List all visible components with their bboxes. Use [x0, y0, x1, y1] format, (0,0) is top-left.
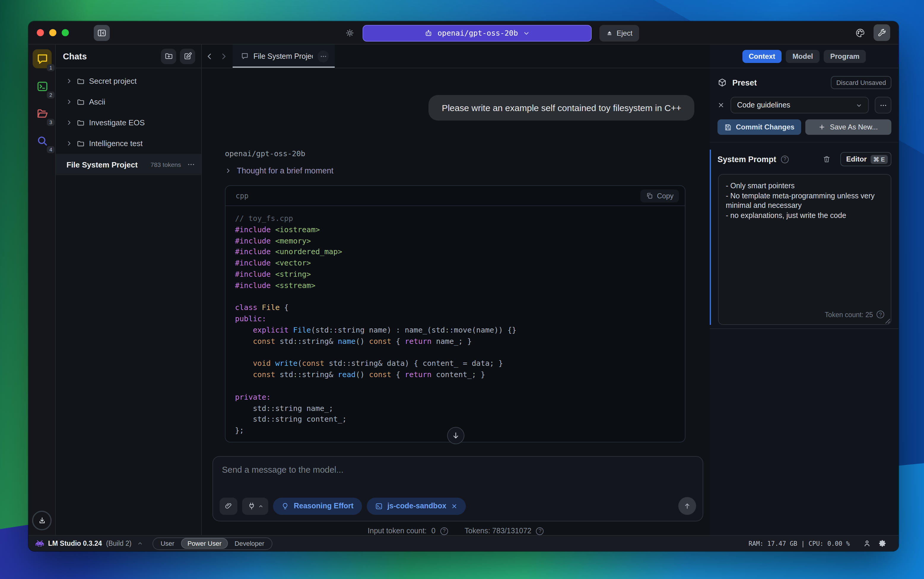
- terminal-icon: [375, 502, 383, 510]
- lightbulb-icon: [281, 502, 289, 510]
- new-folder-button[interactable]: [161, 48, 176, 64]
- reasoning-effort-chip[interactable]: Reasoning Effort: [273, 497, 362, 515]
- chat-options-icon[interactable]: [187, 160, 195, 168]
- help-icon[interactable]: ?: [440, 527, 448, 535]
- assistant-model-name: openai/gpt-oss-20b: [225, 149, 305, 158]
- composer[interactable]: Send a message to the model...: [212, 456, 703, 522]
- mode-user[interactable]: User: [154, 538, 181, 549]
- downloads-button[interactable]: [32, 511, 52, 530]
- tab-context[interactable]: Context: [742, 49, 782, 63]
- sidebar-item-discover[interactable]: 4: [33, 131, 52, 150]
- input-token-label: Input token count:: [368, 527, 427, 535]
- chat-folder-row[interactable]: Investigate EOS: [56, 112, 201, 133]
- folder-label: Investigate EOS: [89, 118, 145, 127]
- help-icon[interactable]: ?: [536, 527, 544, 535]
- new-chat-button[interactable]: [180, 48, 195, 64]
- commit-label: Commit Changes: [736, 123, 794, 131]
- tab-options-icon[interactable]: [318, 50, 329, 62]
- editor-shortcut: ⌘ E: [870, 155, 888, 164]
- tab-strip: File System Project: [202, 44, 710, 68]
- help-icon[interactable]: ?: [781, 155, 789, 163]
- chat-folder-row[interactable]: Intelligence test: [56, 133, 201, 154]
- developer-tools-wrench-button[interactable]: [873, 25, 890, 41]
- sidebar-item-chat[interactable]: 1: [33, 49, 52, 68]
- chat-folder-row[interactable]: Secret project: [56, 71, 201, 92]
- preset-cube-icon: [717, 78, 727, 87]
- prompt-token-count: Token count: 25 ?: [825, 311, 884, 318]
- code-line: [235, 291, 675, 303]
- content-row: 1 2 3 4: [28, 44, 898, 535]
- chip-label: Reasoning Effort: [294, 502, 354, 510]
- theme-palette-icon[interactable]: [855, 28, 865, 38]
- rail-badge: 1: [47, 64, 55, 71]
- preset-options-button[interactable]: [875, 97, 891, 113]
- close-window-button[interactable]: [37, 29, 44, 36]
- tab-program[interactable]: Program: [824, 49, 866, 63]
- plugins-button[interactable]: [242, 497, 268, 515]
- desktop: openai/gpt-oss-20b Eject: [0, 0, 924, 579]
- chat-row-selected[interactable]: File System Project 783 tokens: [56, 154, 201, 175]
- sidebar-toggle-button[interactable]: [94, 25, 110, 41]
- folder-icon: [77, 77, 85, 85]
- save-as-label: Save As New...: [830, 123, 878, 131]
- system-prompt-textarea[interactable]: - Only smart pointers - No template meta…: [718, 174, 891, 325]
- resize-grip-icon[interactable]: [884, 317, 891, 324]
- code-line: [235, 347, 675, 358]
- save-as-new-button[interactable]: Save As New...: [805, 119, 891, 135]
- discard-unsaved-button[interactable]: Discard Unsaved: [831, 76, 891, 89]
- minimize-window-button[interactable]: [49, 29, 56, 36]
- right-panel: Context Model Program Preset Discard Uns…: [710, 44, 898, 535]
- left-rail: 1 2 3 4: [28, 44, 56, 535]
- chevron-up-icon: [137, 540, 143, 546]
- copy-code-button[interactable]: Copy: [640, 189, 679, 202]
- sidebar-item-developer[interactable]: 2: [33, 77, 52, 96]
- zoom-window-button[interactable]: [62, 29, 69, 36]
- thought-disclosure[interactable]: Thought for a brief moment: [225, 166, 334, 175]
- sidebar-item-my-models[interactable]: 3: [33, 104, 52, 123]
- mode-developer[interactable]: Developer: [228, 538, 271, 549]
- history-forward-icon[interactable]: [220, 52, 228, 60]
- help-icon[interactable]: ?: [877, 311, 884, 318]
- code-block-header: cpp Copy: [225, 186, 685, 206]
- mission-control-gear-icon[interactable]: [345, 28, 355, 38]
- rail-badge: 3: [47, 119, 55, 126]
- history-back-icon[interactable]: [205, 52, 213, 60]
- app-brand[interactable]: LM Studio 0.3.24 (Build 2): [36, 540, 143, 547]
- token-counters: Input token count: 0 ? Tokens: 783/13107…: [202, 527, 710, 535]
- send-message-button[interactable]: [678, 497, 696, 515]
- code-line: const std::string& name() const { return…: [235, 336, 675, 347]
- system-stats: RAM: 17.47 GB | CPU: 0.00 %: [749, 540, 850, 547]
- statusbar-icons: [863, 539, 887, 548]
- eject-button[interactable]: Eject: [600, 25, 639, 41]
- eject-label: Eject: [617, 29, 632, 37]
- code-block: cpp Copy // toy_fs.cpp#include <iostream…: [225, 185, 685, 442]
- chevron-right-icon: [66, 119, 72, 126]
- tab-file-system-project[interactable]: File System Project: [233, 44, 335, 68]
- delete-prompt-button[interactable]: [823, 155, 831, 163]
- remove-chip-icon[interactable]: [451, 503, 458, 509]
- right-panel-tabs: Context Model Program: [710, 44, 898, 68]
- scroll-to-bottom-button[interactable]: [447, 427, 464, 444]
- mode-power-user[interactable]: Power User: [181, 538, 228, 549]
- chats-title: Chats: [63, 51, 87, 61]
- model-selector-label: openai/gpt-oss-20b: [438, 28, 518, 38]
- user-account-icon[interactable]: [863, 539, 871, 548]
- open-editor-button[interactable]: Editor ⌘ E: [840, 152, 891, 166]
- preset-select[interactable]: Code guidelines: [730, 97, 869, 113]
- clear-preset-icon[interactable]: [717, 101, 725, 109]
- rail-badge: 4: [47, 146, 55, 153]
- user-message-bubble: Please write an example self contained t…: [429, 95, 694, 121]
- preset-title: Preset: [732, 78, 757, 87]
- commit-changes-button[interactable]: Commit Changes: [717, 119, 801, 135]
- code-line: class File {: [235, 303, 675, 314]
- attach-file-button[interactable]: [220, 497, 237, 515]
- code-line: void write(const std::string& data) { co…: [235, 358, 675, 370]
- chats-header: Chats: [56, 44, 201, 68]
- code-line: #include <memory>: [235, 236, 675, 247]
- tab-model[interactable]: Model: [786, 49, 820, 63]
- model-selector[interactable]: openai/gpt-oss-20b: [363, 25, 592, 41]
- js-code-sandbox-chip[interactable]: js-code-sandbox: [367, 497, 466, 515]
- chat-folder-row[interactable]: Ascii: [56, 92, 201, 112]
- divider: [710, 329, 898, 329]
- settings-gear-icon[interactable]: [878, 539, 887, 548]
